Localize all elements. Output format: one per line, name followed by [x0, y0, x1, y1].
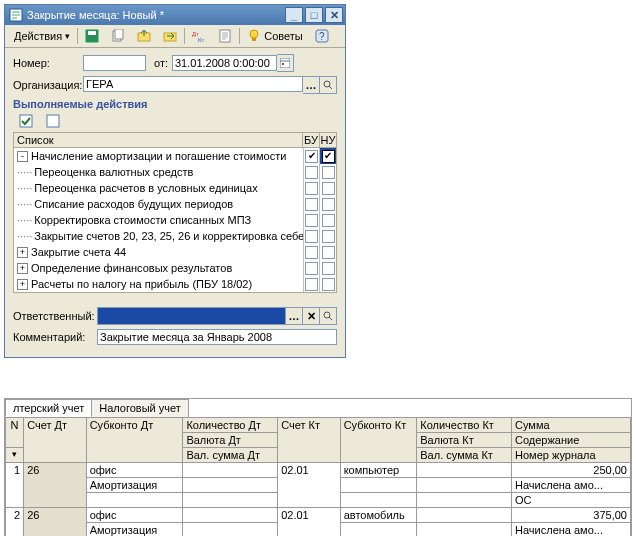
- cell-val-dt[interactable]: [183, 478, 278, 493]
- checkbox-bu[interactable]: [305, 246, 318, 259]
- cell-subk-dt[interactable]: офис: [86, 508, 183, 523]
- expand-icon[interactable]: +: [17, 279, 28, 290]
- col-kol-kt[interactable]: Количество Кт: [417, 418, 512, 433]
- n-dropdown[interactable]: ▾: [6, 448, 24, 463]
- col-schet-kt[interactable]: Счет Кт: [278, 418, 341, 463]
- checkbox-nu[interactable]: [322, 278, 335, 291]
- cell-subk-kt[interactable]: автомобиль: [340, 508, 417, 523]
- checkbox-nu[interactable]: [322, 182, 335, 195]
- resp-select-button[interactable]: …: [286, 307, 303, 325]
- checkbox-bu[interactable]: [305, 166, 318, 179]
- list-col-header[interactable]: Список: [14, 133, 303, 147]
- checkbox-bu[interactable]: [305, 198, 318, 211]
- titlebar[interactable]: Закрытие месяца: Новый * _ □ ✕: [5, 5, 345, 25]
- resp-input[interactable]: [97, 307, 286, 325]
- date-input[interactable]: [172, 55, 277, 71]
- tb-repost-icon[interactable]: [158, 27, 182, 45]
- cell-subk-dt3[interactable]: [86, 493, 183, 508]
- cell-subk-dt2[interactable]: Амортизация: [86, 523, 183, 537]
- cell-summa[interactable]: 375,00: [512, 508, 631, 523]
- resp-open-button[interactable]: [320, 307, 337, 325]
- org-open-button[interactable]: [320, 76, 337, 94]
- number-input[interactable]: [83, 55, 146, 71]
- col-val-kt[interactable]: Валюта Кт: [417, 433, 512, 448]
- cell-nzh[interactable]: ОС: [512, 493, 631, 508]
- checkbox-nu[interactable]: [322, 246, 335, 259]
- tb-save-icon[interactable]: [80, 27, 104, 45]
- cell-kol-kt[interactable]: [417, 508, 512, 523]
- cell-subk-kt2[interactable]: [340, 523, 417, 537]
- tb-tips-button[interactable]: Советы: [242, 27, 307, 45]
- cell-sod[interactable]: Начислена амо...: [512, 523, 631, 537]
- cell-val-kt[interactable]: [417, 478, 512, 493]
- expand-icon[interactable]: +: [17, 247, 28, 258]
- cell-vsum-dt[interactable]: [183, 493, 278, 508]
- tree-row[interactable]: ·····Переоценка расчетов в условных един…: [14, 180, 336, 196]
- col-kol-dt[interactable]: Количество Дт: [183, 418, 278, 433]
- cell-schet-dt[interactable]: 26: [24, 508, 87, 537]
- org-select-button[interactable]: …: [303, 76, 320, 94]
- cell-vsum-kt[interactable]: [417, 493, 512, 508]
- maximize-button[interactable]: □: [305, 7, 323, 23]
- checkbox-bu[interactable]: [305, 230, 318, 243]
- tb-copy-icon[interactable]: [106, 27, 130, 45]
- checkbox-nu[interactable]: [322, 230, 335, 243]
- col-subk-kt[interactable]: Субконто Кт: [340, 418, 417, 463]
- tree-row[interactable]: +Расчеты по налогу на прибыль (ПБУ 18/02…: [14, 276, 336, 292]
- col-vsum-dt[interactable]: Вал. сумма Дт: [183, 448, 278, 463]
- cell-val-kt[interactable]: [417, 523, 512, 537]
- resp-clear-button[interactable]: ✕: [303, 307, 320, 325]
- col-schet-dt[interactable]: Счет Дт: [24, 418, 87, 463]
- expand-icon[interactable]: +: [17, 263, 28, 274]
- col-summa[interactable]: Сумма: [512, 418, 631, 433]
- cell-sod[interactable]: Начислена амо...: [512, 478, 631, 493]
- cell-schet-dt[interactable]: 26: [24, 463, 87, 508]
- comment-input[interactable]: [97, 329, 337, 345]
- cell-schet-kt[interactable]: 02.01: [278, 463, 341, 508]
- tb-dt-icon[interactable]: ДтКт: [187, 27, 211, 45]
- cell-subk-kt3[interactable]: [340, 493, 417, 508]
- cell-subk-kt2[interactable]: [340, 478, 417, 493]
- cell-n[interactable]: 1: [6, 463, 24, 508]
- checkbox-bu[interactable]: [305, 262, 318, 275]
- tree-row[interactable]: +Определение финансовых результатов: [14, 260, 336, 276]
- checkbox-nu[interactable]: [322, 262, 335, 275]
- tree-row[interactable]: +Закрытие счета 44: [14, 244, 336, 260]
- check-all-icon[interactable]: [14, 112, 38, 130]
- checkbox-bu[interactable]: [305, 278, 318, 291]
- calendar-icon[interactable]: [277, 54, 294, 72]
- cell-kol-kt[interactable]: [417, 463, 512, 478]
- tb-doc-icon[interactable]: [213, 27, 237, 45]
- close-button[interactable]: ✕: [325, 7, 343, 23]
- cell-summa[interactable]: 250,00: [512, 463, 631, 478]
- tb-help-button[interactable]: ?: [310, 27, 334, 45]
- actions-menu[interactable]: Действия▾: [9, 28, 75, 44]
- cell-n[interactable]: 2: [6, 508, 24, 537]
- tree-row[interactable]: ·····Переоценка валютных средств: [14, 164, 336, 180]
- tree-row[interactable]: ·····Закрытие счетов 20, 23, 25, 26 и ко…: [14, 228, 336, 244]
- cell-subk-dt2[interactable]: Амортизация: [86, 478, 183, 493]
- minimize-button[interactable]: _: [285, 7, 303, 23]
- col-soderzh[interactable]: Содержание: [512, 433, 631, 448]
- bu-col-header[interactable]: БУ: [303, 133, 320, 147]
- col-vsum-kt[interactable]: Вал. сумма Кт: [417, 448, 512, 463]
- cell-kol-dt[interactable]: [183, 508, 278, 523]
- org-input[interactable]: [83, 76, 303, 92]
- uncheck-all-icon[interactable]: [41, 112, 65, 130]
- checkbox-nu[interactable]: [322, 198, 335, 211]
- checkbox-nu[interactable]: [322, 214, 335, 227]
- tab-nu[interactable]: Налоговый учет: [91, 399, 189, 417]
- tree-row[interactable]: ·····Списание расходов будущих периодов: [14, 196, 336, 212]
- tb-post-icon[interactable]: [132, 27, 156, 45]
- cell-kol-dt[interactable]: [183, 463, 278, 478]
- tab-bu[interactable]: лтерский учет: [5, 399, 92, 417]
- expand-icon[interactable]: -: [17, 151, 28, 162]
- cell-val-dt[interactable]: [183, 523, 278, 537]
- col-val-dt[interactable]: Валюта Дт: [183, 433, 278, 448]
- tree-row[interactable]: ·····Корректировка стоимости списанных М…: [14, 212, 336, 228]
- col-nzh[interactable]: Номер журнала: [512, 448, 631, 463]
- checkbox-bu[interactable]: [305, 214, 318, 227]
- nu-col-header[interactable]: НУ: [320, 133, 336, 147]
- cell-schet-kt[interactable]: 02.01: [278, 508, 341, 537]
- tree-row[interactable]: -Начисление амортизации и погашение стои…: [14, 148, 336, 164]
